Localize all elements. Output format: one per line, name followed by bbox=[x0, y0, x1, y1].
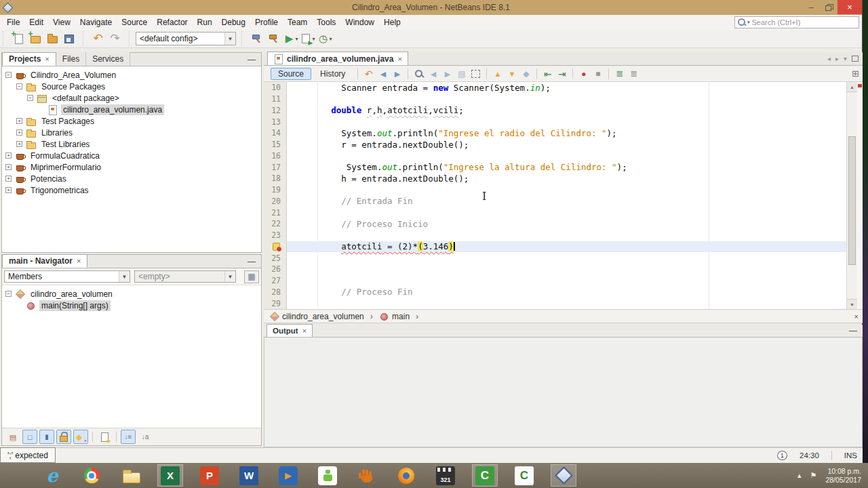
expand-icon[interactable]: + bbox=[16, 129, 22, 136]
code-line-12[interactable]: 12 double r,h,atotcili,vcili; bbox=[264, 105, 846, 117]
table-view-button[interactable]: ▦ bbox=[244, 270, 259, 283]
expand-icon[interactable]: + bbox=[16, 141, 22, 147]
collapse-icon[interactable]: − bbox=[16, 83, 22, 89]
taskbar-excel[interactable]: X bbox=[157, 464, 183, 487]
tree-item-formulacuadratica[interactable]: +FormulaCuadratica bbox=[2, 150, 261, 161]
collapse-icon[interactable]: − bbox=[5, 72, 12, 78]
tree-item-main-string-args-[interactable]: main(String[] args) bbox=[2, 300, 261, 311]
expand-icon[interactable]: + bbox=[5, 176, 12, 182]
code-line-16[interactable]: 16 bbox=[264, 150, 846, 162]
minimize-button[interactable]: – bbox=[802, 0, 820, 14]
error-stripe[interactable] bbox=[857, 82, 863, 309]
menu-navigate[interactable]: Navigate bbox=[75, 16, 117, 29]
members-filter-select[interactable]: Members ▼ bbox=[4, 270, 130, 283]
new-file-button[interactable] bbox=[9, 30, 26, 47]
save-all-button[interactable] bbox=[60, 30, 77, 47]
scroll-tabs-left-icon[interactable]: ◂ bbox=[827, 55, 831, 62]
taskbar-powerpoint[interactable]: P bbox=[197, 464, 222, 487]
taskbar-file-explorer[interactable] bbox=[118, 464, 144, 487]
code-line-26[interactable]: 26 bbox=[264, 264, 846, 275]
code-line-27[interactable]: 27 bbox=[264, 275, 846, 287]
tab-projects[interactable]: Projects× bbox=[2, 52, 56, 66]
expand-icon[interactable]: + bbox=[5, 152, 12, 159]
debug-button[interactable]: ▾ bbox=[299, 30, 316, 47]
redo-button[interactable]: ↷ bbox=[106, 30, 123, 47]
tree-item-potencias[interactable]: +Potencias bbox=[2, 173, 261, 184]
clean-build-button[interactable] bbox=[265, 30, 282, 47]
scrollbar-down-icon[interactable]: ▼ bbox=[847, 299, 857, 309]
scroll-tabs-right-icon[interactable]: ▸ bbox=[835, 55, 839, 62]
show-static-button[interactable] bbox=[73, 430, 88, 444]
code-line-18[interactable]: 18 h = entrada.nextDouble(); bbox=[264, 173, 846, 184]
scrollbar-up-icon[interactable]: ▲ bbox=[847, 82, 857, 92]
taskbar-chrome[interactable] bbox=[79, 464, 104, 487]
run-button[interactable]: ▶▾ bbox=[282, 30, 299, 47]
forward-button[interactable]: ▶ bbox=[390, 67, 404, 81]
expand-icon[interactable]: + bbox=[5, 187, 12, 193]
tree-item-test-libraries[interactable]: +Test Libraries bbox=[2, 138, 261, 150]
tree-item-cilindro-area-volumen-java[interactable]: cilindro_area_volumen.java bbox=[2, 104, 261, 115]
prev-bookmark-button[interactable]: ▲ bbox=[490, 67, 505, 81]
code-editor[interactable]: 10 Scanner entrada = new Scanner(System.… bbox=[264, 82, 846, 309]
toggle-highlight-button[interactable]: ▤ bbox=[454, 67, 469, 81]
comment-button[interactable]: ≣ bbox=[612, 67, 627, 81]
open-project-button[interactable] bbox=[43, 30, 60, 47]
expand-icon[interactable]: + bbox=[16, 118, 22, 124]
tree-item-source-packages[interactable]: −Source Packages bbox=[2, 81, 261, 92]
tab-files[interactable]: Files bbox=[56, 52, 86, 66]
menu-refactor[interactable]: Refactor bbox=[152, 16, 192, 29]
code-line-14[interactable]: 14 System.out.println("Ingrese el radio … bbox=[264, 127, 846, 139]
taskbar-hand-tool[interactable] bbox=[354, 464, 380, 487]
view-history-button[interactable]: History bbox=[313, 68, 353, 80]
code-line-23[interactable]: 23 bbox=[264, 230, 846, 241]
scrollbar-thumb[interactable] bbox=[848, 136, 856, 265]
maximize-view-icon[interactable] bbox=[852, 56, 859, 62]
show-non-public-button[interactable] bbox=[56, 430, 71, 444]
scope-filter-select[interactable]: <empty> ▼ bbox=[134, 270, 236, 283]
taskbar-app-inventor[interactable] bbox=[315, 464, 340, 487]
show-fields-button[interactable]: □ bbox=[22, 430, 37, 444]
next-bookmark-button[interactable]: ▼ bbox=[505, 67, 519, 81]
collapse-icon[interactable]: − bbox=[5, 291, 12, 297]
taskbar-media-player[interactable]: ▶ bbox=[275, 464, 301, 487]
title-bar[interactable]: Cilindro_Area_Volumen - NetBeans IDE 8.1… bbox=[0, 0, 862, 15]
code-line-21[interactable]: 21 bbox=[264, 207, 846, 218]
next-occurrence-button[interactable]: ▶ bbox=[440, 67, 454, 81]
tree-item-trigonometricas[interactable]: +Trigonometricas bbox=[2, 184, 261, 196]
tab-output[interactable]: Output × bbox=[267, 324, 313, 337]
filter-submenu-button[interactable] bbox=[97, 430, 112, 444]
error-stripe-mark[interactable] bbox=[858, 84, 862, 87]
quick-search[interactable]: ▾ bbox=[734, 16, 859, 28]
taskbar-firefox[interactable] bbox=[393, 464, 419, 487]
menu-help[interactable]: Help bbox=[379, 16, 406, 29]
minimize-panel-button[interactable]: — bbox=[248, 257, 261, 266]
show-inherited-button[interactable]: ▤ bbox=[5, 430, 20, 444]
build-button[interactable] bbox=[248, 30, 265, 47]
toggle-bookmark-button[interactable]: ◆ bbox=[519, 67, 533, 81]
tab-list-icon[interactable]: ▾ bbox=[844, 55, 847, 62]
tree-item-libraries[interactable]: +Libraries bbox=[2, 127, 261, 138]
output-console[interactable] bbox=[264, 338, 863, 447]
toolbar-overflow-icon[interactable]: ⊞ bbox=[852, 68, 859, 79]
dropdown-arrow-icon[interactable]: ▾ bbox=[295, 36, 298, 42]
menu-source[interactable]: Source bbox=[117, 16, 152, 29]
shift-right-button[interactable]: ⇥ bbox=[555, 67, 569, 81]
code-line-25[interactable]: 25 bbox=[264, 252, 846, 264]
last-edited-button[interactable]: ↶ bbox=[361, 67, 376, 81]
code-line-11[interactable]: 11 bbox=[264, 94, 846, 105]
taskbar-word[interactable]: W bbox=[236, 464, 262, 487]
show-constants-button[interactable]: ▮ bbox=[39, 430, 54, 444]
view-source-button[interactable]: Source bbox=[271, 68, 311, 80]
code-line-29[interactable]: 29 bbox=[264, 298, 846, 309]
minimize-panel-button[interactable]: — bbox=[248, 55, 261, 64]
menu-window[interactable]: Window bbox=[340, 16, 379, 29]
back-button[interactable]: ◀ bbox=[376, 67, 390, 81]
taskbar-clock[interactable]: 10:08 p.m. 28/05/2017 bbox=[825, 467, 861, 485]
collapse-icon[interactable]: − bbox=[27, 95, 33, 101]
menu-edit[interactable]: Edit bbox=[24, 16, 48, 29]
record-macro-button[interactable]: ● bbox=[576, 67, 591, 81]
minimize-panel-button[interactable]: — bbox=[849, 326, 863, 336]
undo-button[interactable]: ↶ bbox=[90, 30, 106, 47]
code-line-22[interactable]: 22 // Proceso Inicio bbox=[264, 218, 846, 230]
find-button[interactable] bbox=[412, 67, 426, 81]
